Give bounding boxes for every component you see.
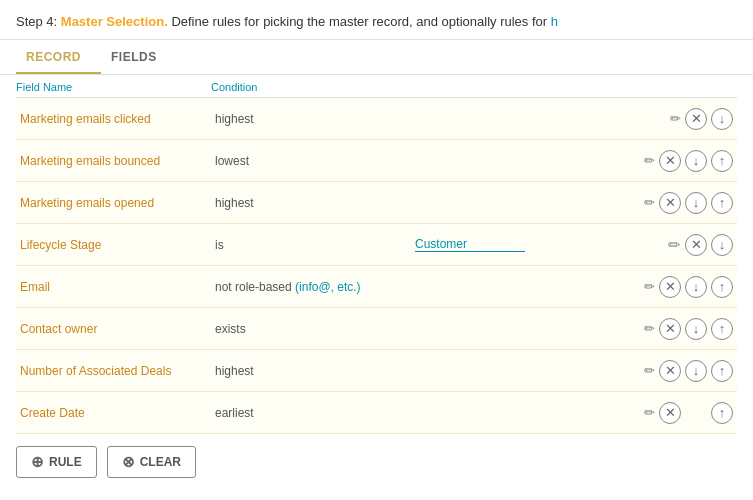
move-up-icon[interactable]: ↑ bbox=[711, 360, 733, 382]
table-row: Marketing emails clicked highest ✏ ✕ ↓ bbox=[16, 98, 737, 140]
actions: ✏ ✕ ↓ bbox=[664, 234, 737, 256]
condition-text: not role-based bbox=[215, 280, 295, 294]
table-row: Marketing emails opened highest ✏ ✕ ↓ ↑ bbox=[16, 182, 737, 224]
move-down-icon[interactable]: ↓ bbox=[685, 360, 707, 382]
actions: ✏ ✕ ↓ ↑ bbox=[640, 276, 737, 298]
condition-value: lowest bbox=[211, 146, 411, 176]
cell-value bbox=[411, 405, 640, 421]
actions: ✏ ✕ ↓ ↑ bbox=[640, 360, 737, 382]
condition-value: earliest bbox=[211, 398, 411, 428]
header-title: Master Selection. bbox=[61, 14, 168, 29]
table-row: Number of Associated Deals highest ✏ ✕ ↓… bbox=[16, 350, 737, 392]
tab-fields[interactable]: FIELDS bbox=[101, 40, 177, 74]
clear-icon: ⊗ bbox=[122, 453, 135, 471]
field-name: Lifecycle Stage bbox=[16, 230, 211, 260]
condition-value: highest bbox=[211, 356, 411, 386]
move-down-icon[interactable]: ↓ bbox=[685, 276, 707, 298]
field-name: Create Date bbox=[16, 398, 211, 428]
move-up-icon[interactable]: ↑ bbox=[711, 318, 733, 340]
header-step: Step 4: bbox=[16, 14, 61, 29]
add-rule-icon: ⊕ bbox=[31, 453, 44, 471]
clear-label: CLEAR bbox=[140, 455, 181, 469]
edit-icon[interactable]: ✏ bbox=[644, 363, 655, 378]
delete-icon[interactable]: ✕ bbox=[659, 360, 681, 382]
condition-hint: (info@, etc.) bbox=[295, 280, 361, 294]
actions: ✏ ✕ ↓ ↑ bbox=[640, 150, 737, 172]
header: Step 4: Master Selection. Define rules f… bbox=[0, 0, 753, 40]
move-up-icon[interactable]: ↑ bbox=[711, 192, 733, 214]
tabs-container: RECORDFIELDS bbox=[0, 40, 753, 75]
delete-icon[interactable]: ✕ bbox=[659, 318, 681, 340]
field-name: Contact owner bbox=[16, 314, 211, 344]
cell-value bbox=[411, 229, 664, 260]
actions: ✏ ✕ ↑ bbox=[640, 402, 737, 424]
condition-value: not role-based (info@, etc.) bbox=[211, 272, 411, 302]
edit-icon[interactable]: ✏ bbox=[644, 321, 655, 336]
field-name: Marketing emails clicked bbox=[16, 104, 211, 134]
lifecycle-stage-input[interactable] bbox=[415, 237, 525, 252]
footer: ⊕ RULE ⊗ CLEAR bbox=[0, 434, 753, 490]
delete-icon[interactable]: ✕ bbox=[685, 234, 707, 256]
delete-icon[interactable]: ✕ bbox=[659, 192, 681, 214]
table-row: Contact owner exists ✏ ✕ ↓ ↑ bbox=[16, 308, 737, 350]
edit-icon[interactable]: ✏ bbox=[668, 236, 681, 254]
col-value-header bbox=[411, 81, 737, 93]
col-field-header: Field Name bbox=[16, 81, 211, 93]
table-row: Marketing emails bounced lowest ✏ ✕ ↓ ↑ bbox=[16, 140, 737, 182]
tab-record[interactable]: RECORD bbox=[16, 40, 101, 74]
condition-value: highest bbox=[211, 104, 411, 134]
cell-value bbox=[411, 153, 640, 169]
field-name: Marketing emails opened bbox=[16, 188, 211, 218]
cell-value bbox=[411, 363, 640, 379]
delete-icon[interactable]: ✕ bbox=[659, 150, 681, 172]
field-name: Number of Associated Deals bbox=[16, 356, 211, 386]
condition-value: exists bbox=[211, 314, 411, 344]
delete-icon[interactable]: ✕ bbox=[659, 276, 681, 298]
move-down-icon[interactable]: ↓ bbox=[685, 192, 707, 214]
cell-value bbox=[411, 111, 666, 127]
cell-value bbox=[411, 321, 640, 337]
move-down-icon[interactable]: ↓ bbox=[685, 150, 707, 172]
clear-button[interactable]: ⊗ CLEAR bbox=[107, 446, 196, 478]
actions: ✏ ✕ ↓ bbox=[666, 108, 737, 130]
cell-value bbox=[411, 195, 640, 211]
condition-value: is bbox=[211, 230, 411, 260]
condition-value: highest bbox=[211, 188, 411, 218]
actions: ✏ ✕ ↓ ↑ bbox=[640, 318, 737, 340]
edit-icon[interactable]: ✏ bbox=[644, 195, 655, 210]
column-headers: Field Name Condition bbox=[16, 75, 737, 98]
edit-icon[interactable]: ✏ bbox=[644, 279, 655, 294]
field-name: Email bbox=[16, 272, 211, 302]
cell-value bbox=[411, 279, 640, 295]
add-rule-button[interactable]: ⊕ RULE bbox=[16, 446, 97, 478]
table-row: Create Date earliest ✏ ✕ ↑ bbox=[16, 392, 737, 434]
field-name: Marketing emails bounced bbox=[16, 146, 211, 176]
actions: ✏ ✕ ↓ ↑ bbox=[640, 192, 737, 214]
header-truncated: h bbox=[551, 14, 558, 29]
move-down-icon[interactable]: ↓ bbox=[711, 108, 733, 130]
edit-icon[interactable]: ✏ bbox=[670, 111, 681, 126]
table-row: Lifecycle Stage is ✏ ✕ ↓ bbox=[16, 224, 737, 266]
table-area: Field Name Condition Marketing emails cl… bbox=[0, 75, 753, 434]
delete-icon[interactable]: ✕ bbox=[659, 402, 681, 424]
edit-icon[interactable]: ✏ bbox=[644, 405, 655, 420]
move-down-icon[interactable]: ↓ bbox=[685, 318, 707, 340]
col-condition-header: Condition bbox=[211, 81, 411, 93]
move-up-icon[interactable]: ↑ bbox=[711, 150, 733, 172]
edit-icon[interactable]: ✏ bbox=[644, 153, 655, 168]
header-description: Define rules for picking the master reco… bbox=[171, 14, 550, 29]
move-down-icon[interactable]: ↓ bbox=[711, 234, 733, 256]
delete-icon[interactable]: ✕ bbox=[685, 108, 707, 130]
table-row: Email not role-based (info@, etc.) ✏ ✕ ↓… bbox=[16, 266, 737, 308]
move-up-icon[interactable]: ↑ bbox=[711, 402, 733, 424]
add-rule-label: RULE bbox=[49, 455, 82, 469]
move-up-icon[interactable]: ↑ bbox=[711, 276, 733, 298]
